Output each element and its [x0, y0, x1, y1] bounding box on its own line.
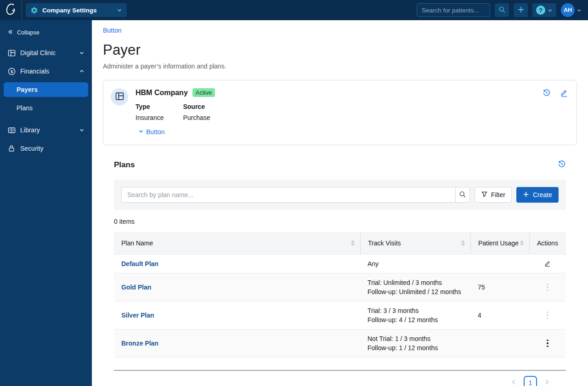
sidebar-item-label: Plans: [17, 104, 33, 112]
track-visits-line: Not Trial: 1 / 3 months: [368, 334, 465, 343]
page-number-button[interactable]: 1: [524, 376, 537, 386]
plans-table: Plan Name Track Visits Patient Usage Act…: [114, 232, 566, 371]
column-header-track-visits[interactable]: Track Visits: [360, 232, 470, 254]
row-edit-button[interactable]: [544, 260, 551, 268]
table-row: Bronze Plan Not Trial: 1 / 3 months Foll…: [114, 329, 566, 357]
plans-toolbar: Filter Create: [114, 180, 566, 210]
previous-page-button[interactable]: [510, 379, 517, 386]
card-expand-label: Button: [146, 128, 164, 136]
patient-usage-value: 75: [470, 279, 529, 295]
card-expand-button[interactable]: Button: [138, 128, 215, 136]
payer-card: HBM Company Active Type Insurance Source…: [103, 80, 577, 145]
table-row: Default Plan Any: [114, 254, 566, 273]
table-header: Plan Name Track Visits Patient Usage Act…: [114, 232, 566, 254]
sidebar: Collapse Digital Clinic $ Financials Pay…: [0, 20, 92, 386]
sidebar-item-plans[interactable]: Plans: [4, 101, 88, 115]
plans-heading: Plans: [114, 160, 135, 170]
app-logo[interactable]: [0, 0, 22, 20]
logo-swoosh-icon: [5, 4, 17, 17]
patient-usage-value: 4: [470, 307, 529, 324]
top-navbar: Company Settings ? AH: [0, 0, 588, 20]
table-footer: [114, 357, 566, 371]
chevron-left-icon: [510, 379, 517, 386]
chevron-down-icon: [577, 8, 582, 13]
patient-usage-value: [470, 339, 529, 348]
sidebar-item-label: Financials: [20, 68, 49, 75]
type-value: Insurance: [136, 114, 164, 121]
next-page-button[interactable]: [543, 379, 550, 386]
plans-history-button[interactable]: [558, 160, 566, 170]
track-visits-line: Follow-up: 1 / 12 months: [368, 343, 465, 352]
book-icon: [7, 126, 16, 134]
track-visits-line: Follow-up: 4 / 12 months: [368, 315, 465, 324]
track-visits-line: Any: [368, 259, 465, 268]
source-label: Source: [183, 103, 210, 110]
patient-search-input[interactable]: [417, 3, 490, 17]
plans-section: Plans Filter: [114, 160, 566, 386]
patient-search-button[interactable]: [495, 3, 509, 17]
page-title: Payer: [103, 42, 577, 58]
plus-icon: [517, 6, 525, 15]
sidebar-item-financials[interactable]: $ Financials: [0, 64, 92, 79]
history-icon: [543, 89, 551, 98]
table-row: Gold Plan Trial: Unlimited / 3 months Fo…: [114, 273, 566, 301]
breadcrumb-button-link[interactable]: Button: [103, 27, 121, 34]
plan-name-link[interactable]: Bronze Plan: [121, 340, 158, 347]
plus-icon: [523, 191, 529, 199]
plan-search-button[interactable]: [455, 187, 470, 203]
payer-history-button[interactable]: [543, 89, 551, 98]
sidebar-collapse-button[interactable]: Collapse: [0, 26, 92, 39]
row-menu-button: [545, 282, 550, 293]
plan-name-link[interactable]: Silver Plan: [121, 312, 154, 319]
avatar: AH: [561, 3, 575, 17]
column-header-actions: Actions: [529, 232, 566, 254]
column-header-patient-usage[interactable]: Patient Usage: [470, 232, 529, 254]
plan-search-input[interactable]: [121, 187, 455, 203]
payer-source-field: Source Purchase: [183, 103, 210, 121]
column-header-plan-name[interactable]: Plan Name: [114, 232, 360, 254]
sidebar-item-label: Payers: [17, 86, 38, 93]
table-row: Silver Plan Trial: 3 / 3 months Follow-u…: [114, 301, 566, 329]
sidebar-item-label: Digital Clinic: [20, 49, 56, 57]
payer-edit-button[interactable]: [560, 89, 568, 98]
filter-button[interactable]: Filter: [475, 187, 512, 203]
company-settings-label: Company Settings: [42, 7, 117, 14]
plan-name-link[interactable]: Default Plan: [121, 260, 158, 267]
sort-icon: [351, 240, 355, 246]
filter-label: Filter: [491, 191, 505, 199]
sidebar-item-payers[interactable]: Payers: [4, 82, 88, 97]
dollar-circle-icon: $: [7, 68, 16, 75]
main-content: Button Payer Administer a payer’s inform…: [92, 20, 588, 386]
track-visits-line: Follow-up: Unlimited / 12 months: [368, 287, 465, 296]
add-button[interactable]: [514, 3, 528, 17]
gear-icon: [30, 6, 38, 14]
chevron-down-icon: [79, 127, 85, 133]
help-icon: ?: [536, 6, 545, 15]
status-badge: Active: [192, 88, 215, 97]
collapse-label: Collapse: [17, 29, 40, 36]
pagination: 1: [114, 376, 566, 386]
sidebar-item-security[interactable]: Security: [0, 141, 92, 156]
page-subtitle: Administer a payer’s information and pla…: [103, 62, 577, 70]
lock-icon: [7, 145, 16, 152]
edit-pencil-icon: [560, 89, 568, 98]
create-button[interactable]: Create: [516, 187, 559, 203]
sidebar-item-digital-clinic[interactable]: Digital Clinic: [0, 45, 92, 60]
patient-usage-value: [470, 259, 529, 268]
chevron-right-icon: [543, 379, 550, 386]
row-menu-button[interactable]: [545, 338, 550, 349]
track-visits-line: Trial: 3 / 3 months: [368, 306, 465, 315]
source-value: Purchase: [183, 114, 210, 121]
items-count: 0 items: [114, 218, 566, 225]
create-label: Create: [533, 191, 552, 199]
track-visits-line: Trial: Unlimited / 3 months: [368, 278, 465, 287]
search-icon: [498, 6, 506, 15]
type-label: Type: [136, 103, 164, 110]
company-settings-dropdown[interactable]: Company Settings: [26, 3, 127, 17]
help-dropdown[interactable]: ?: [532, 3, 556, 17]
sidebar-item-library[interactable]: Library: [0, 123, 92, 137]
chevron-down-icon: [548, 8, 553, 13]
plan-name-link[interactable]: Gold Plan: [121, 284, 151, 291]
edit-pencil-icon: [544, 260, 551, 268]
user-menu[interactable]: AH: [561, 3, 582, 17]
